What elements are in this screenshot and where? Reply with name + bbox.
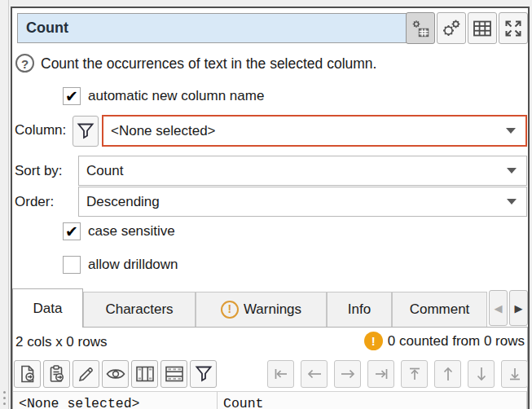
auto-column-name-checkbox[interactable]: ✔ <box>63 87 81 105</box>
pane-splitter[interactable] <box>8 0 9 409</box>
chevron-down-icon <box>507 199 517 204</box>
copy-to-clipboard-button[interactable] <box>43 360 70 388</box>
arrow-bar-up-icon <box>406 365 424 383</box>
filter-funnel-icon <box>77 121 95 141</box>
tab-comment-label: Comment <box>410 301 470 318</box>
settings-gears-icon <box>441 18 462 39</box>
filter-funnel-icon <box>194 364 213 384</box>
sort-by-select-value: Count <box>79 163 507 179</box>
splitter-handle-dot <box>3 397 6 399</box>
splitter-handle-dot <box>3 402 6 405</box>
goto-prev-column-button[interactable] <box>301 360 328 388</box>
column-filter-button[interactable] <box>73 116 99 147</box>
show-table-button[interactable] <box>468 12 497 44</box>
arrow-down-icon <box>473 365 490 383</box>
chevron-down-icon <box>506 128 516 134</box>
arrow-bar-down-icon <box>506 365 524 383</box>
case-sensitive-checkbox[interactable]: ✔ <box>63 222 81 240</box>
order-field-label: Order: <box>15 187 54 218</box>
sort-by-field-label: Sort by: <box>15 156 63 187</box>
tab-data-label: Data <box>33 301 63 317</box>
tab-data[interactable]: Data <box>12 288 83 328</box>
tab-characters-label: Characters <box>105 301 173 318</box>
transform-settings-table-icon <box>411 19 430 38</box>
auto-column-name-label: automatic new column name <box>88 86 264 106</box>
grid-size-status: 2 cols x 0 rows <box>15 331 107 354</box>
column-select-value: <None selected> <box>103 123 506 139</box>
columns-icon <box>134 364 156 384</box>
goto-last-row-button[interactable] <box>501 360 528 388</box>
eye-icon <box>105 364 126 384</box>
arrow-bar-left-icon <box>272 365 290 383</box>
checkmark-icon: ✔ <box>65 87 78 106</box>
transform-name-input[interactable]: Count <box>17 13 407 43</box>
rows-icon <box>164 364 185 384</box>
sort-by-select[interactable]: Count <box>78 156 527 186</box>
expand-icon <box>503 18 524 39</box>
tab-info[interactable]: Info <box>327 292 392 327</box>
tab-warnings-label: Warnings <box>244 301 301 318</box>
grid-column-header-2[interactable]: Count <box>218 391 527 409</box>
filter-grid-button[interactable] <box>190 360 217 388</box>
goto-first-column-button[interactable] <box>267 360 294 388</box>
maximize-pane-button[interactable] <box>499 12 528 44</box>
goto-next-row-button[interactable] <box>468 360 495 388</box>
show-transform-options-button[interactable] <box>406 12 435 44</box>
warning-icon: ! <box>221 301 239 319</box>
warning-filled-icon: ! <box>364 332 383 350</box>
triangle-right-icon: ▶ <box>515 302 523 314</box>
case-sensitive-label: case sensitive <box>88 222 175 241</box>
tab-characters[interactable]: Characters <box>83 292 196 327</box>
tab-info-label: Info <box>348 301 371 318</box>
preferences-button[interactable] <box>437 12 466 44</box>
allow-drilldown-checkbox[interactable] <box>63 256 81 274</box>
goto-last-column-button[interactable] <box>367 360 394 388</box>
splitter-handle-dot <box>3 391 6 394</box>
order-select[interactable]: Descending <box>78 187 527 217</box>
show-columns-button[interactable] <box>131 360 158 388</box>
chevron-down-icon <box>507 168 517 174</box>
goto-first-row-button[interactable] <box>401 360 428 388</box>
tab-scroll-left-button[interactable]: ◀ <box>489 290 508 326</box>
goto-next-column-button[interactable] <box>334 360 361 388</box>
tab-comment[interactable]: Comment <box>392 292 487 327</box>
allow-drilldown-label: allow drilldown <box>88 255 178 275</box>
count-status-text: 0 counted from 0 rows <box>388 333 525 350</box>
tab-warnings[interactable]: ! Warnings <box>196 292 327 327</box>
export-data-button[interactable] <box>14 360 41 388</box>
show-rows-button[interactable] <box>160 360 187 388</box>
transform-panel: Count <box>11 7 530 409</box>
help-icon[interactable]: ? <box>15 54 34 73</box>
column-field-label: Column: <box>15 115 66 146</box>
export-file-icon <box>18 364 37 384</box>
goto-prev-row-button[interactable] <box>434 360 461 388</box>
table-icon <box>472 18 493 39</box>
arrow-up-icon <box>439 365 457 383</box>
triangle-left-icon: ◀ <box>495 302 503 314</box>
order-select-value: Descending <box>79 194 507 210</box>
arrow-left-icon <box>306 365 323 383</box>
edit-values-button[interactable] <box>73 360 99 388</box>
view-values-button[interactable] <box>102 360 129 388</box>
arrow-right-icon <box>339 365 357 383</box>
count-status: ! 0 counted from 0 rows <box>364 332 525 350</box>
pencil-icon <box>77 364 96 384</box>
tab-scroll-right-button[interactable]: ▶ <box>509 290 528 326</box>
column-select[interactable]: <None selected> <box>102 115 527 147</box>
arrow-bar-right-icon <box>372 365 390 383</box>
grid-column-header-1[interactable]: <None selected> <box>13 391 218 409</box>
transform-description: Count the occurrences of text in the sel… <box>41 52 376 75</box>
checkmark-icon: ✔ <box>65 222 78 241</box>
clipboard-copy-icon <box>47 364 67 384</box>
